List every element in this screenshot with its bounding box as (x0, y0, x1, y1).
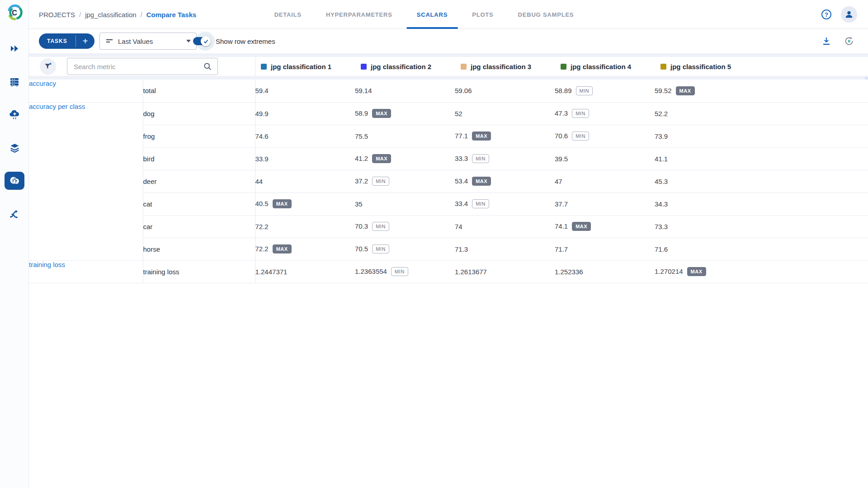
variant-name: car (143, 215, 255, 238)
value-cell: 35 (355, 192, 455, 215)
value-cell: 70.5MIN (355, 238, 455, 260)
min-badge: MIN (372, 177, 389, 186)
row-filler (755, 102, 868, 125)
metric-value: 58.9 (355, 109, 368, 117)
metric-value: 49.9 (255, 110, 269, 117)
metric-name-link[interactable]: training loss (29, 260, 143, 283)
auto-refresh-icon[interactable] (844, 36, 854, 47)
column-header-task-2[interactable]: jpg classification 2 (355, 57, 455, 76)
value-cell: 1.270214MAX (655, 260, 755, 283)
row-filler (755, 80, 868, 102)
max-badge: MAX (372, 109, 391, 118)
min-badge: MIN (472, 154, 489, 163)
value-cell: 73.3 (655, 215, 755, 238)
expand-double-chevron-icon[interactable] (5, 40, 24, 58)
download-icon[interactable] (821, 36, 832, 47)
value-cell: 40.5MAX (255, 192, 355, 215)
value-cell: 58.9MAX (355, 102, 455, 125)
column-header-task-1[interactable]: jpg classification 1 (255, 57, 355, 76)
value-cell: 39.5 (555, 147, 655, 170)
divider-band (29, 76, 868, 80)
metric-value: 74.6 (255, 132, 269, 140)
breadcrumb-item[interactable]: jpg_classification (85, 11, 136, 19)
breadcrumb: PROJECTS/jpg_classification/Compare Task… (39, 0, 196, 29)
value-cell: 71.7 (555, 238, 655, 260)
value-cell: 41.2MAX (355, 147, 455, 170)
value-cell: 34.3 (655, 192, 755, 215)
value-cell: 37.2MIN (355, 170, 455, 192)
value-cell: 33.3MIN (455, 147, 555, 170)
value-cell: 72.2 (255, 215, 355, 238)
variant-name: horse (143, 238, 255, 260)
min-badge: MIN (572, 109, 589, 118)
row-filler (755, 215, 868, 238)
metric-value: 70.6 (555, 132, 568, 140)
svg-text:C: C (12, 9, 17, 17)
metric-value: 34.3 (655, 200, 668, 208)
user-avatar[interactable] (841, 6, 857, 23)
series-color-swatch (361, 64, 367, 70)
add-task-button[interactable]: + (76, 33, 95, 49)
projects-brain-icon[interactable] (5, 172, 24, 190)
tasks-button[interactable]: TASKS (39, 33, 75, 49)
metric-value: 74.1 (555, 222, 568, 230)
row-filler (755, 260, 868, 283)
metrics-table: accuracytotal59.459.1459.0658.89MIN59.52… (29, 80, 868, 283)
show-row-extremes-toggle[interactable] (193, 37, 209, 45)
value-cell: 74 (455, 215, 555, 238)
tab-hyperparameters[interactable]: HYPERPARAMETERS (316, 0, 402, 29)
workers-icon[interactable] (5, 106, 24, 124)
row-filler (755, 170, 868, 192)
max-badge: MAX (273, 199, 292, 208)
variant-name: cat (143, 192, 255, 215)
queues-icon[interactable] (5, 73, 24, 91)
metric-name-link[interactable]: accuracy per class (29, 102, 143, 260)
min-badge: MIN (391, 267, 408, 276)
column-header-task-5[interactable]: jpg classification 5 (655, 57, 755, 76)
metric-value: 44 (255, 178, 263, 185)
datasets-icon[interactable] (5, 139, 24, 157)
max-badge: MAX (273, 244, 292, 253)
filter-icon[interactable] (40, 58, 56, 75)
value-cell: 59.4 (255, 80, 355, 102)
tab-scalars[interactable]: SCALARS (407, 0, 458, 29)
value-cell: 75.5 (355, 125, 455, 147)
pipelines-icon[interactable] (5, 205, 24, 223)
metric-value: 41.2 (355, 155, 368, 162)
svg-text:?: ? (825, 11, 828, 18)
tab-details[interactable]: DETAILS (264, 0, 311, 29)
column-header-task-4[interactable]: jpg classification 4 (555, 57, 655, 76)
metric-value: 33.4 (455, 200, 468, 207)
search-metric-input[interactable] (67, 63, 203, 70)
table-row: car72.270.3MIN7474.1MAX73.3 (29, 215, 868, 238)
value-cell: 74.6 (255, 125, 355, 147)
breadcrumb-item: Compare Tasks (146, 11, 197, 19)
help-icon[interactable]: ? (821, 9, 832, 20)
tab-debug-samples[interactable]: DEBUG SAMPLES (508, 0, 584, 29)
metric-name-link[interactable]: accuracy (29, 80, 143, 102)
value-cell: 72.2MAX (255, 238, 355, 260)
metric-value: 70.3 (355, 222, 368, 230)
task-column-headers: jpg classification 1jpg classification 2… (255, 57, 868, 76)
min-badge: MIN (576, 86, 593, 95)
column-header-task-3[interactable]: jpg classification 3 (455, 57, 555, 76)
series-color-swatch (561, 64, 566, 70)
variant-name: dog (143, 102, 255, 125)
metric-value: 1.2363554 (355, 267, 387, 275)
clearml-logo-icon[interactable]: C (5, 4, 24, 22)
breadcrumb-item[interactable]: PROJECTS (39, 11, 75, 19)
series-color-swatch (461, 64, 467, 70)
value-cell: 33.9 (255, 147, 355, 170)
metric-value: 39.5 (555, 155, 568, 163)
table-row: horse72.2MAX70.5MIN71.371.771.6 (29, 238, 868, 260)
metric-value: 72.2 (255, 223, 269, 230)
tab-plots[interactable]: PLOTS (462, 0, 503, 29)
metric-value: 59.14 (355, 87, 372, 94)
metric-value: 59.52 (655, 87, 672, 94)
values-mode-select[interactable]: Last Values (99, 33, 197, 50)
divider-band (29, 53, 868, 57)
variant-name: deer (143, 170, 255, 192)
scalars-toolbar: TASKS + Last Values Show row extremes (29, 29, 868, 53)
metric-value: 58.89 (555, 87, 572, 94)
tab-bar: DETAILSHYPERPARAMETERSSCALARSPLOTSDEBUG … (264, 0, 584, 29)
